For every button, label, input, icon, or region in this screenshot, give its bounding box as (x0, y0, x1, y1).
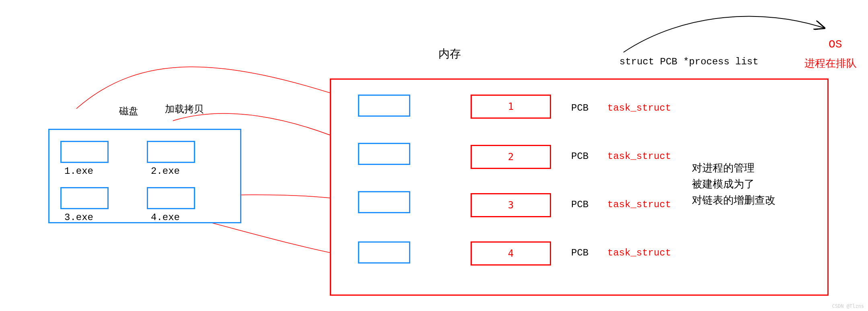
pcb-box-2: 2 (471, 145, 551, 169)
watermark: CSDN @Tlzns (832, 303, 864, 309)
disk-file-label-1: 1.exe (64, 166, 93, 177)
queue-label: 进程在排队 (804, 56, 857, 70)
note-line1: 对进程的管理 (692, 161, 755, 175)
disk-file-label-4: 4.exe (151, 212, 180, 223)
pcb-number-1: 1 (508, 101, 514, 112)
pcb-label-2: PCB (571, 151, 588, 162)
task-struct-2: task_struct (607, 151, 671, 162)
disk-label: 磁盘 (119, 105, 138, 117)
task-struct-4: task_struct (607, 247, 671, 258)
disk-file-label-2: 2.exe (151, 166, 180, 177)
memory-block-4 (358, 241, 410, 264)
pcb-box-1: 1 (471, 95, 551, 119)
pcb-number-4: 4 (508, 248, 514, 259)
task-struct-1: task_struct (607, 103, 671, 113)
disk-file-box-1 (60, 141, 109, 163)
memory-block-3 (358, 191, 410, 213)
memory-label: 内存 (438, 46, 461, 62)
task-struct-3: task_struct (607, 199, 671, 210)
disk-file-label-3: 3.exe (64, 212, 93, 223)
pcb-label-1: PCB (571, 103, 588, 113)
disk-file-box-4 (147, 187, 195, 209)
pcb-number-3: 3 (508, 200, 514, 211)
memory-block-1 (358, 95, 410, 117)
pcb-number-2: 2 (508, 151, 514, 163)
pcb-box-3: 3 (471, 193, 551, 217)
pcb-label-3: PCB (571, 199, 588, 210)
disk-file-box-3 (60, 187, 109, 209)
struct-pcb-text: struct PCB *process list (619, 56, 759, 67)
os-label: OS (829, 38, 842, 51)
memory-block-2 (358, 143, 410, 165)
disk-file-box-2 (147, 141, 195, 163)
load-copy-label: 加载拷贝 (165, 103, 204, 115)
note-line3: 对链表的增删查改 (692, 193, 775, 207)
pcb-box-4: 4 (471, 241, 551, 266)
note-line2: 被建模成为了 (692, 177, 755, 191)
pcb-label-4: PCB (571, 247, 588, 258)
